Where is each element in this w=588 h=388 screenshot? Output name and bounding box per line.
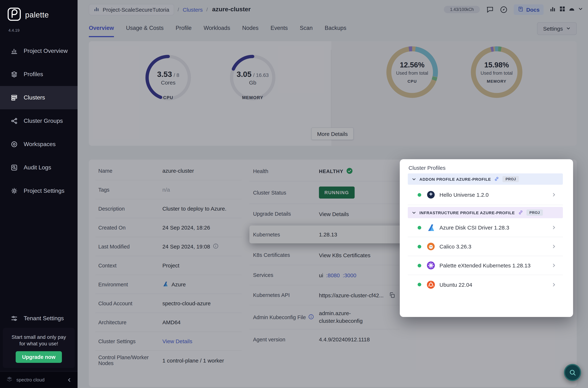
sidebar-item-audit-logs[interactable]: Audit Logs xyxy=(0,156,78,179)
app-version: 4.4.19 xyxy=(8,28,20,32)
status-dot-green xyxy=(418,193,421,196)
floating-search-button[interactable] xyxy=(564,364,581,381)
layers-icon xyxy=(10,70,18,78)
sidebar-nav: Project Overview Profiles Clusters Clust… xyxy=(0,39,78,203)
sidebar-item-label: Tenant Settings xyxy=(24,315,64,322)
sidebar-item-clusters[interactable]: Clusters xyxy=(0,86,78,109)
upgrade-promo: Start small and only pay for what you us… xyxy=(3,328,75,368)
clusters-icon xyxy=(10,94,18,102)
chevron-right-icon xyxy=(552,244,556,249)
profile-layer-azure-csi[interactable]: Azure Disk CSI Driver 1.28.3 xyxy=(408,218,563,237)
cluster-profiles-panel: Cluster Profiles ADDON PROFILE AZURE-PRO… xyxy=(400,159,573,317)
sidebar-item-label: Project Settings xyxy=(24,188,65,194)
chevron-right-icon xyxy=(552,225,556,230)
proj-scope-badge: PROJ xyxy=(503,176,519,182)
main-content: Project-ScaleSecureTutoria / Clusters / … xyxy=(78,0,588,388)
sidebar-item-label: Workspaces xyxy=(24,141,56,147)
sidebar-item-cluster-groups[interactable]: Cluster Groups xyxy=(0,109,78,133)
sidebar-footer: spectro cloud xyxy=(0,371,78,388)
palette-logo: palette xyxy=(7,7,49,23)
chevron-right-icon xyxy=(552,192,556,197)
infrastructure-profile-heading: INFRASTRUCTURE PROFILE AZURE-PROFILE xyxy=(419,210,515,215)
cluster-profiles-body: ADDON PROFILE AZURE-PROFILE PROJ Hello U… xyxy=(408,173,563,294)
profile-layer-calico[interactable]: Calico 3.26.3 xyxy=(408,237,563,256)
sidebar-item-label: Profiles xyxy=(24,71,43,78)
infrastructure-profile-section-header[interactable]: INFRASTRUCTURE PROFILE AZURE-PROFILE PRO… xyxy=(408,207,563,218)
promo-text-line2: for what you use! xyxy=(4,340,73,347)
sidebar-item-label: Cluster Groups xyxy=(24,118,63,124)
spectro-cloud-logo-icon xyxy=(6,376,13,384)
status-dot-green xyxy=(418,226,421,229)
ubuntu-icon xyxy=(426,280,436,290)
addon-profile-section-header[interactable]: ADDON PROFILE AZURE-PROFILE PROJ xyxy=(408,173,563,185)
gear-icon xyxy=(10,187,18,195)
status-dot-green xyxy=(418,245,421,248)
bar-chart-icon xyxy=(10,47,18,55)
chevron-right-icon xyxy=(552,263,556,268)
sidebar-item-project-overview[interactable]: Project Overview xyxy=(0,39,78,63)
promo-text-line1: Start small and only pay xyxy=(4,334,73,340)
target-icon xyxy=(10,140,18,148)
profile-layer-hello-universe[interactable]: Hello Universe 1.2.0 xyxy=(408,185,563,205)
hello-universe-icon xyxy=(426,190,436,200)
link-icon[interactable] xyxy=(494,176,499,182)
spectro-cloud-label: spectro cloud xyxy=(16,377,45,383)
share-nodes-icon xyxy=(10,117,18,125)
sidebar: palette 4.4.19 Project Overview Profiles… xyxy=(0,0,78,388)
sidebar-item-profiles[interactable]: Profiles xyxy=(0,63,78,86)
sliders-icon xyxy=(10,315,18,322)
search-icon xyxy=(568,368,577,377)
addon-profile-heading: ADDON PROFILE AZURE-PROFILE xyxy=(419,177,491,181)
link-icon[interactable] xyxy=(518,210,523,216)
sidebar-item-label: Audit Logs xyxy=(24,164,51,171)
azure-icon xyxy=(426,223,436,232)
chevron-down-icon xyxy=(412,177,416,181)
audit-search-icon xyxy=(10,164,18,171)
proj-scope-badge: PROJ xyxy=(526,210,543,216)
upgrade-now-button[interactable]: Upgrade now xyxy=(16,351,62,363)
collapse-sidebar-chevron-icon[interactable] xyxy=(67,377,72,382)
sidebar-item-label: Clusters xyxy=(24,94,45,101)
profile-layer-ubuntu[interactable]: Ubuntu 22.04 xyxy=(408,275,563,294)
sidebar-item-project-settings[interactable]: Project Settings xyxy=(0,179,78,203)
sidebar-item-workspaces[interactable]: Workspaces xyxy=(0,133,78,156)
chevron-down-icon xyxy=(412,210,416,215)
status-dot-green xyxy=(418,264,421,267)
brand-name: palette xyxy=(25,11,49,19)
sidebar-item-label: Project Overview xyxy=(24,48,68,54)
kubernetes-pxk-icon xyxy=(426,261,436,270)
chevron-right-icon xyxy=(552,282,556,287)
status-dot-green xyxy=(418,283,421,286)
app-window: palette 4.4.19 Project Overview Profiles… xyxy=(0,0,588,388)
calico-icon xyxy=(426,242,436,251)
profile-layer-palette-extended-kubernetes[interactable]: Palette eXtended Kubernetes 1.28.13 xyxy=(408,256,563,275)
cluster-profiles-title: Cluster Profiles xyxy=(408,165,446,171)
palette-logo-icon xyxy=(7,7,21,23)
sidebar-item-tenant-settings[interactable]: Tenant Settings xyxy=(0,308,78,329)
